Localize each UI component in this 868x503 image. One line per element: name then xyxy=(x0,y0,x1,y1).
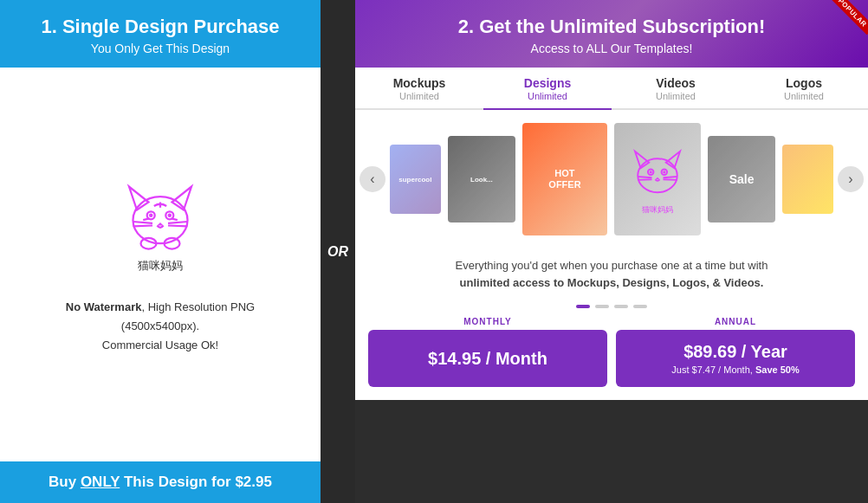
left-footer: Buy ONLY This Design for $2.95 xyxy=(0,461,321,503)
svg-line-11 xyxy=(168,225,188,226)
tab-videos-name: Videos xyxy=(616,76,735,90)
annual-save-text: Save 50% xyxy=(755,364,800,375)
tab-videos-sub: Unlimited xyxy=(616,91,735,101)
pricing-area: MONTHLY $14.95 / Month ANNUAL $89.69 / Y… xyxy=(355,317,868,400)
feature-line2: (4500x5400px). xyxy=(121,319,199,332)
carousel-area: ‹ supercool Look... HOTOFFER xyxy=(355,110,868,248)
description-text: Everything you'd get when you purchase o… xyxy=(456,259,768,272)
hot-offer-text: HOTOFFER xyxy=(522,123,607,235)
svg-line-9 xyxy=(133,225,153,226)
tab-logos-name: Logos xyxy=(744,76,864,90)
tab-designs-name: Designs xyxy=(488,76,607,90)
svg-point-6 xyxy=(168,213,172,217)
carousel-cat-label: 猫咪妈妈 xyxy=(629,204,685,216)
svg-line-25 xyxy=(638,177,651,177)
carousel-card-1: supercool xyxy=(390,145,441,214)
carousel-prev-button[interactable]: ‹ xyxy=(360,166,385,192)
dots-area xyxy=(355,300,868,317)
carousel-center-wrapper: 猫咪妈妈 xyxy=(614,123,701,235)
svg-line-27 xyxy=(663,177,677,177)
buy-btn-underline: ONLY xyxy=(81,474,120,490)
tab-videos[interactable]: Videos Unlimited xyxy=(612,68,740,108)
left-body: 猫咪妈妈 No Watermark, High Resolution PNG (… xyxy=(0,68,321,461)
monthly-label: MONTHLY xyxy=(368,317,607,326)
right-header-subtitle: Access to ALL Our Templates! xyxy=(372,42,851,55)
right-panel: POPULAR 2. Get the Unlimited Subscriptio… xyxy=(355,0,868,503)
svg-point-22 xyxy=(650,171,652,173)
tab-logos-sub: Unlimited xyxy=(744,91,864,101)
dot-2 xyxy=(595,305,609,308)
carousel-card-2: Look... xyxy=(448,136,515,222)
left-header: 1. Single Design Purchase You Only Get T… xyxy=(0,0,321,68)
svg-line-8 xyxy=(133,222,153,223)
dot-3 xyxy=(614,305,628,308)
tab-mockups-name: Mockups xyxy=(360,76,479,90)
svg-point-19 xyxy=(638,158,677,192)
annual-col: ANNUAL $89.69 / Year Just $7.47 / Month,… xyxy=(616,317,855,387)
or-divider: OR xyxy=(321,0,355,503)
monthly-price-text: $14.95 / Month xyxy=(428,349,547,368)
carousel-inner: supercool Look... HOTOFFER xyxy=(355,114,868,244)
cat-overlay-wrapper: 猫咪妈妈 xyxy=(629,143,685,216)
feature-line3: Commercial Usage Ok! xyxy=(102,339,218,351)
annual-label: ANNUAL xyxy=(616,317,855,326)
design-image-wrapper: 猫咪妈妈 xyxy=(121,175,199,274)
svg-line-13 xyxy=(172,218,178,220)
carousel-card-sale: Sale xyxy=(708,136,775,222)
svg-point-5 xyxy=(149,213,153,217)
svg-marker-7 xyxy=(157,222,163,225)
popular-badge: POPULAR xyxy=(830,0,868,35)
annual-price-sub: Just $7.47 / Month, Save 50% xyxy=(625,364,846,375)
tab-designs[interactable]: Designs Unlimited xyxy=(483,68,612,108)
buy-btn-suffix: This Design for $2.95 xyxy=(120,474,272,490)
left-panel: 1. Single Design Purchase You Only Get T… xyxy=(0,0,321,503)
tab-mockups[interactable]: Mockups Unlimited xyxy=(355,68,483,108)
monthly-col: MONTHLY $14.95 / Month xyxy=(368,317,607,387)
left-header-title: 1. Single Design Purchase xyxy=(17,16,303,38)
svg-point-23 xyxy=(663,171,665,173)
description-bold: unlimited access to Mockups, Designs, Lo… xyxy=(460,276,764,289)
sale-text: Sale xyxy=(708,136,775,222)
dot-4 xyxy=(633,305,647,308)
dot-1 xyxy=(576,305,590,308)
design-label: 猫咪妈妈 xyxy=(138,258,183,274)
right-header-title: 2. Get the Unlimited Subscription! xyxy=(372,16,851,38)
svg-line-12 xyxy=(143,218,149,220)
buy-btn-prefix: Buy xyxy=(49,474,81,490)
svg-line-28 xyxy=(663,179,677,180)
monthly-price-button[interactable]: $14.95 / Month xyxy=(368,330,607,387)
carousel-card-hot: HOTOFFER xyxy=(522,123,607,235)
description-area: Everything you'd get when you purchase o… xyxy=(355,248,868,300)
cat-icon xyxy=(121,175,199,253)
buy-single-button[interactable]: Buy ONLY This Design for $2.95 xyxy=(17,474,303,491)
annual-price-button[interactable]: $89.69 / Year Just $7.47 / Month, Save 5… xyxy=(616,330,855,387)
svg-line-10 xyxy=(168,222,188,223)
or-text: OR xyxy=(327,244,348,260)
popular-badge-wrapper: POPULAR xyxy=(820,0,868,48)
tab-logos[interactable]: Logos Unlimited xyxy=(740,68,868,108)
right-header: POPULAR 2. Get the Unlimited Subscriptio… xyxy=(355,0,868,68)
svg-line-26 xyxy=(638,179,651,180)
design-features: No Watermark, High Resolution PNG (4500x… xyxy=(66,298,255,355)
carousel-next-button[interactable]: › xyxy=(838,166,864,192)
feature-bold: No Watermark, High Resolution PNG xyxy=(66,300,255,313)
tab-designs-sub: Unlimited xyxy=(488,91,607,101)
tab-mockups-sub: Unlimited xyxy=(360,91,479,101)
carousel-card-5 xyxy=(782,145,833,214)
annual-price-text: $89.69 / Year xyxy=(625,342,846,362)
left-header-subtitle: You Only Get This Design xyxy=(17,42,303,55)
tabs-container: Mockups Unlimited Designs Unlimited Vide… xyxy=(355,68,868,110)
cat-overlay-icon xyxy=(629,143,685,199)
